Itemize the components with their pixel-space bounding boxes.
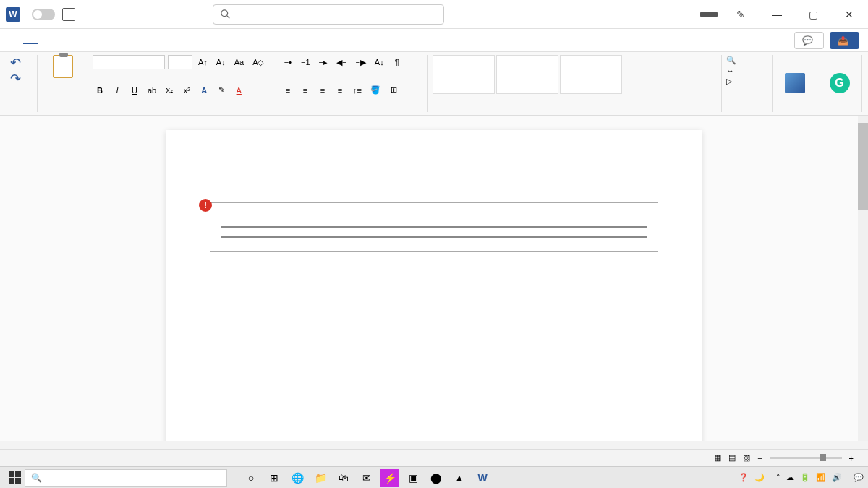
menu-mailings[interactable] [110,38,124,43]
weather-icon[interactable]: 🌙 [754,473,765,482]
edge-icon[interactable]: 🌐 [288,469,307,487]
svg-line-1 [227,15,230,18]
menu-insert[interactable] [38,38,52,43]
find-button[interactable]: 🔍 [726,55,767,66]
font-group: A↑ A↓ Aa A◇ B I U ab x₂ x² A ✎ A [88,55,276,112]
comments-button[interactable]: 💬 [794,32,824,49]
mail-icon[interactable]: ✉ [357,469,376,487]
scrollbar-thumb[interactable] [858,123,868,210]
replace-button[interactable]: ↔ [726,66,767,76]
menu-draw[interactable] [52,38,67,43]
style-heading1[interactable] [560,55,622,94]
menu-file[interactable] [9,38,23,43]
subscript-button[interactable]: x₂ [162,83,176,98]
menu-help[interactable] [153,38,168,43]
onedrive-icon[interactable]: ☁ [786,473,794,482]
help-icon[interactable]: ❓ [739,473,749,482]
style-no-spacing[interactable] [496,55,558,94]
strikethrough-button[interactable]: ab [145,83,159,98]
highlight-button[interactable]: ✎ [214,83,229,98]
undo-icon[interactable]: ↶ [10,56,21,70]
sign-in-button[interactable] [700,12,718,17]
task-view-icon[interactable]: ⊞ [265,469,284,487]
grammarly-icon[interactable]: G [830,73,850,93]
notifications-icon[interactable]: 💬 [854,473,864,482]
word-taskbar-icon[interactable]: W [473,469,492,487]
taskbar: 🔍 ○ ⊞ 🌐 📁 🛍 ✉ ⚡ ▣ ⬤ ▲ W ❓ 🌙 ˄ ☁ 🔋 📶 🔊 💬 [0,466,868,488]
menu-review[interactable] [124,38,139,43]
show-marks-icon[interactable]: ¶ [390,55,404,69]
font-color-button[interactable]: A [231,83,246,98]
paragraph-group: ≡• ≡1 ≡▸ ◀≡ ≡▶ A↓ ¶ ≡ ≡ ≡ ≡ ↕≡ 🪣 ⊞ [276,55,428,112]
minimize-button[interactable]: — [764,4,790,25]
numbering-icon[interactable]: ≡1 [298,55,313,69]
menu-view[interactable] [139,38,153,43]
maximize-button[interactable]: ▢ [800,4,826,25]
alert-icon[interactable]: ! [199,199,212,212]
align-center-icon[interactable]: ≡ [298,83,312,98]
menu-layout[interactable] [81,38,95,43]
search-input[interactable] [213,4,444,25]
app-icon-3[interactable]: ▲ [450,469,469,487]
multilevel-icon[interactable]: ≡▸ [316,55,331,69]
sound-icon[interactable]: 🔊 [832,473,842,482]
menu-references[interactable] [95,38,110,43]
save-icon[interactable] [62,8,75,21]
align-left-icon[interactable]: ≡ [281,83,295,98]
explorer-icon[interactable]: 📁 [311,469,330,487]
zoom-slider[interactable] [770,457,842,459]
bullets-icon[interactable]: ≡• [281,55,295,69]
paste-button[interactable] [42,55,83,80]
justify-icon[interactable]: ≡ [333,83,347,98]
battery-icon[interactable]: 🔋 [800,473,810,482]
page[interactable]: ! [166,130,702,441]
menu-home[interactable] [23,37,38,44]
change-case-icon[interactable]: Aa [231,55,247,69]
clear-format-icon[interactable]: A◇ [250,55,266,69]
app-icon[interactable]: ⚡ [380,469,399,487]
autosave-toggle[interactable] [32,9,55,20]
vertical-scrollbar[interactable] [858,116,868,441]
grow-font-icon[interactable]: A↑ [195,55,210,69]
zoom-in[interactable]: + [849,454,854,463]
redo-icon[interactable]: ↷ [10,72,21,86]
cortana-icon[interactable]: ○ [242,469,260,487]
share-button[interactable]: 📤 [830,32,859,49]
view-icon-3[interactable]: ▧ [743,453,750,463]
text-effects-button[interactable]: A [197,83,211,98]
editor-icon[interactable] [785,73,805,93]
document-area[interactable]: ! [0,116,868,441]
undo-group: ↶↷ [6,55,38,112]
line-spacing-icon[interactable]: ↕≡ [350,83,365,98]
taskbar-search[interactable]: 🔍 [25,469,227,487]
borders-icon[interactable]: ⊞ [386,83,401,98]
style-normal[interactable] [433,55,495,94]
close-button[interactable]: ✕ [836,4,862,25]
align-right-icon[interactable]: ≡ [315,83,330,98]
bold-button[interactable]: B [93,83,107,98]
view-icon-2[interactable]: ▤ [728,453,736,463]
chrome-icon[interactable]: ⬤ [427,469,446,487]
menu-grammarly[interactable] [168,38,182,43]
store-icon[interactable]: 🛍 [334,469,353,487]
tray-chevron-icon[interactable]: ˄ [776,473,780,482]
menu-design[interactable] [67,38,81,43]
wifi-icon[interactable]: 📶 [816,473,826,482]
menubar: 💬 📤 [0,29,868,52]
start-button[interactable] [4,469,25,487]
select-button[interactable]: ▷ [726,76,767,87]
app-icon-2[interactable]: ▣ [404,469,422,487]
shrink-font-icon[interactable]: A↓ [213,55,229,69]
superscript-button[interactable]: x² [179,83,194,98]
italic-button[interactable]: I [110,83,124,98]
font-name-select[interactable] [93,55,165,69]
underline-button[interactable]: U [127,83,142,98]
increase-indent-icon[interactable]: ≡▶ [352,55,368,69]
zoom-out[interactable]: − [757,454,762,463]
font-size-select[interactable] [168,55,192,69]
view-icon[interactable]: ▦ [714,453,721,463]
ribbon-mode-icon[interactable]: ✎ [728,4,754,25]
decrease-indent-icon[interactable]: ◀≡ [333,55,349,69]
sort-icon[interactable]: A↓ [372,55,387,69]
shading-icon[interactable]: 🪣 [367,83,383,98]
